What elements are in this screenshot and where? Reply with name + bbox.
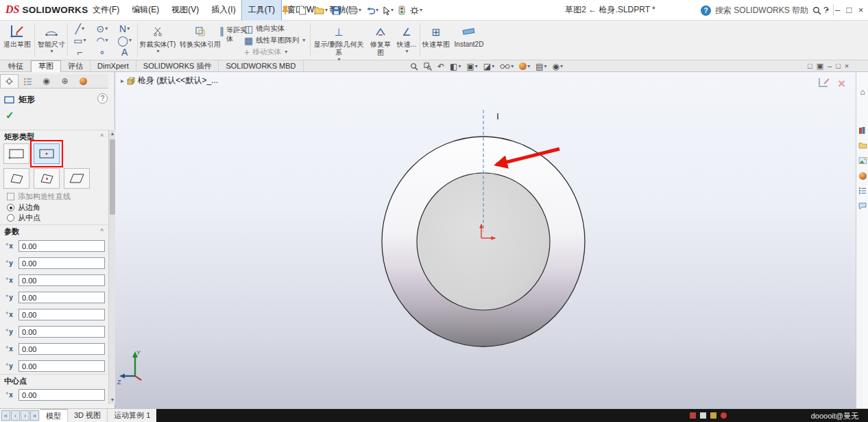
tab-motion-study[interactable]: 运动算例 1 bbox=[108, 409, 157, 422]
forum-icon[interactable] bbox=[858, 201, 867, 211]
circle-tool-button[interactable]: ⊙▾ bbox=[91, 23, 114, 34]
panel-scrollbar[interactable]: ▲ ▼ bbox=[108, 130, 115, 404]
move-entities-button[interactable]: +移动实体▾ bbox=[244, 47, 309, 57]
nav-last-button[interactable]: » bbox=[30, 410, 39, 421]
param-input[interactable]: 0.00 bbox=[19, 274, 105, 286]
three-point-center-rectangle-button[interactable] bbox=[34, 168, 60, 189]
tray-icon-red[interactable] bbox=[690, 412, 696, 419]
tray-icon-white[interactable] bbox=[700, 412, 706, 419]
doc-close-icon[interactable]: × bbox=[845, 62, 849, 70]
tab-sketch[interactable]: 草图 bbox=[31, 60, 61, 72]
model-canvas[interactable]: Y Z bbox=[115, 72, 863, 408]
tray-icon-dot[interactable] bbox=[721, 412, 727, 419]
expand-arrow-icon[interactable]: ▸ bbox=[121, 77, 124, 84]
trim-entities-button[interactable]: 剪裁实体(T) ▾ bbox=[138, 23, 177, 54]
scroll-up-icon[interactable]: ▲ bbox=[109, 130, 116, 138]
print-button[interactable]: ▾ bbox=[346, 2, 363, 19]
nav-first-button[interactable]: « bbox=[1, 410, 10, 421]
rapid-sketch-button[interactable]: ⊞ 快速草图 bbox=[422, 23, 450, 49]
param-input[interactable]: 0.00 bbox=[19, 326, 105, 338]
menu-tools[interactable]: 工具(T) bbox=[242, 0, 281, 21]
window-help-button[interactable]: ? bbox=[820, 0, 832, 20]
window-close-button[interactable]: × bbox=[855, 0, 867, 20]
property-manager-tab[interactable] bbox=[0, 74, 19, 88]
param-input[interactable]: 0.00 bbox=[19, 309, 105, 320]
mirror-entities-button[interactable]: ◫镜向实体 bbox=[244, 24, 309, 34]
undo-button[interactable]: ▾ bbox=[363, 2, 381, 19]
tab-sw-mbd[interactable]: SOLIDWORKS MBD bbox=[219, 60, 303, 72]
appearance-manager-tab[interactable] bbox=[74, 74, 93, 88]
doc-pane2-icon[interactable]: □ bbox=[836, 62, 841, 70]
parallelogram-button[interactable] bbox=[64, 168, 90, 189]
line-tool-button[interactable]: ╱▾ bbox=[69, 23, 91, 34]
param-input[interactable]: 0.00 bbox=[19, 240, 105, 252]
spline-tool-button[interactable]: N▾ bbox=[113, 23, 136, 34]
view-palette-icon[interactable] bbox=[858, 156, 867, 165]
from-corner-radio-row[interactable]: 从边角 bbox=[7, 202, 40, 213]
zoom-area-button[interactable] bbox=[424, 62, 432, 71]
window-restore-button[interactable]: □ bbox=[843, 0, 855, 20]
from-corner-radio[interactable] bbox=[7, 204, 14, 211]
quick-snaps-button[interactable]: ∠ 快速... ▾ bbox=[395, 23, 418, 54]
construction-checkbox[interactable] bbox=[7, 193, 14, 200]
dimxpert-manager-tab[interactable]: ⊕ bbox=[56, 74, 74, 88]
param-input[interactable]: 0.00 bbox=[19, 360, 105, 372]
select-cursor-button[interactable]: ▾ bbox=[381, 2, 396, 19]
from-center-radio[interactable] bbox=[7, 214, 14, 222]
instant2d-button[interactable]: Instant2D bbox=[451, 23, 487, 49]
tray-icon-yellow[interactable] bbox=[710, 412, 716, 419]
text-tool-button[interactable]: A bbox=[113, 47, 136, 57]
window-minimize-button[interactable]: – bbox=[832, 0, 843, 20]
help-circle-icon[interactable]: ? bbox=[701, 5, 711, 16]
center-point-input[interactable]: 0.00 bbox=[19, 389, 105, 401]
open-document-button[interactable]: ▾ bbox=[312, 2, 330, 19]
file-explorer-icon[interactable] bbox=[858, 141, 867, 150]
zoom-fit-button[interactable] bbox=[410, 62, 418, 71]
tab-3d-views[interactable]: 3D 视图 bbox=[68, 409, 108, 422]
view-orientation-button[interactable]: ▣▾ bbox=[466, 62, 477, 71]
repair-sketch-button[interactable]: 修复草图 bbox=[367, 23, 394, 57]
nav-next-button[interactable]: › bbox=[21, 410, 29, 421]
search-input[interactable]: 搜索 SOLIDWORKS 帮助 bbox=[715, 5, 808, 16]
menu-file[interactable]: 文件(F) bbox=[86, 0, 125, 21]
center-rectangle-button[interactable] bbox=[34, 143, 60, 164]
menu-view[interactable]: 视图(V) bbox=[165, 0, 205, 21]
from-center-radio-row[interactable]: 从中点 bbox=[7, 213, 40, 223]
convert-entities-button[interactable]: 转换实体引用 bbox=[178, 23, 222, 49]
scroll-down-icon[interactable]: ▼ bbox=[109, 396, 116, 404]
menu-insert[interactable]: 插入(I) bbox=[205, 0, 241, 21]
doc-minimize-icon[interactable]: – bbox=[828, 62, 832, 70]
doc-restore-icon[interactable]: ▣ bbox=[817, 62, 823, 70]
pm-help-icon[interactable]: ? bbox=[97, 93, 108, 104]
save-button[interactable]: ▾ bbox=[330, 2, 346, 19]
arc-tool-button[interactable]: ◠▾ bbox=[91, 35, 114, 45]
pin-menu-icon[interactable] bbox=[281, 5, 289, 15]
param-input[interactable]: 0.00 bbox=[19, 292, 105, 303]
ellipse-tool-button[interactable]: ◯▾ bbox=[113, 35, 136, 45]
display-manager-tab[interactable]: ◉ bbox=[37, 74, 56, 88]
feature-tree-flyout[interactable]: ▸ 枪身 (默认<<默认>_... bbox=[121, 75, 218, 86]
param-input[interactable]: 0.00 bbox=[19, 257, 105, 269]
display-style-button[interactable]: ◪▾ bbox=[483, 62, 494, 71]
add-construction-line-checkbox-row[interactable]: 添加构造性直线 bbox=[7, 191, 71, 202]
tab-evaluate[interactable]: 评估 bbox=[61, 60, 91, 72]
rect-type-section-header[interactable]: 矩形类型 ^ bbox=[0, 130, 108, 143]
plane-tool-button[interactable]: ⌐ bbox=[69, 47, 91, 57]
linear-pattern-button[interactable]: ▦线性草图阵列▾ bbox=[244, 36, 309, 45]
rectangle-tool-button[interactable]: ▭▾ bbox=[69, 35, 91, 45]
tab-dimxpert[interactable]: DimXpert bbox=[91, 60, 136, 72]
center-point-section-header[interactable]: 中心点 bbox=[0, 374, 108, 387]
design-library-icon[interactable] bbox=[858, 126, 867, 135]
previous-view-button[interactable]: ↶ bbox=[437, 62, 444, 71]
tab-features[interactable]: 特征 bbox=[1, 60, 31, 72]
point-tool-button[interactable]: ∘ bbox=[91, 47, 114, 57]
menu-edit[interactable]: 编辑(E) bbox=[125, 0, 165, 21]
options-gear-button[interactable]: ▾ bbox=[408, 2, 424, 19]
feature-tree-root-label[interactable]: 枪身 (默认<<默认>_... bbox=[138, 75, 218, 86]
scrollbar-thumb[interactable] bbox=[110, 139, 115, 215]
three-point-corner-rectangle-button[interactable] bbox=[3, 168, 29, 189]
configuration-manager-tab[interactable] bbox=[19, 74, 37, 88]
view-settings-button[interactable]: ◉▾ bbox=[553, 62, 564, 71]
apply-scene-button[interactable]: ▤▾ bbox=[535, 62, 546, 71]
home-icon[interactable]: ⌂ bbox=[858, 87, 867, 97]
